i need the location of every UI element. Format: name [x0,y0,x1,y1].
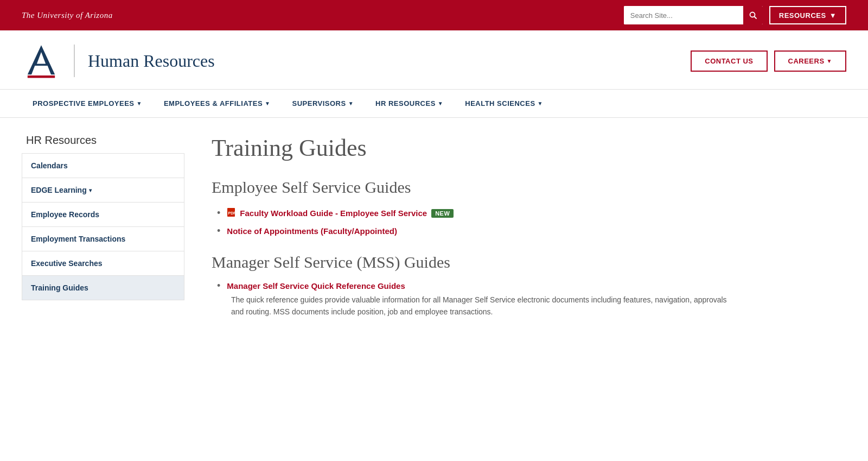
pdf-file-icon: PDF [227,207,235,217]
sidebar-nav: Calendars EDGE Learning ▾ Employee Recor… [22,153,184,300]
sidebar: HR Resources Calendars EDGE Learning ▾ E… [22,134,184,337]
chevron-down-icon: ▼ [829,11,837,20]
nav-item-supervisors[interactable]: SUPERVISORS ▼ [282,90,365,118]
header-buttons: CONTACT US CAREERS ▼ [691,50,846,72]
svg-rect-5 [28,75,55,78]
search-icon [749,11,757,19]
list-item: • Manager Self Service Quick Reference G… [217,280,738,326]
site-header: Human Resources CONTACT US CAREERS ▼ [0,30,868,90]
guide-link-mss-quick-reference[interactable]: Manager Self Service Quick Reference Gui… [227,281,405,291]
svg-text:PDF: PDF [228,211,236,215]
sidebar-item-edge-learning[interactable]: EDGE Learning ▾ [22,178,184,203]
sidebar-item-employee-records[interactable]: Employee Records [22,203,184,227]
section2-list: • Manager Self Service Quick Reference G… [212,280,738,326]
bullet-icon: • [217,207,220,219]
nav-item-health-sciences[interactable]: HEALTH SCIENCES ▼ [454,90,554,118]
chevron-down-icon: ▼ [538,100,543,106]
chevron-down-icon: ▼ [348,100,354,106]
search-button[interactable] [743,6,763,24]
main-content: Training Guides Employee Self Service Gu… [184,134,738,337]
ua-logo [22,41,61,80]
svg-line-1 [754,17,756,19]
nav-item-hr-resources[interactable]: HR RESOURCES ▼ [365,90,454,118]
guide-description: The quick reference guides provide valua… [231,294,738,318]
university-name: The University of Arizona [22,11,113,20]
page-title: Training Guides [212,134,738,162]
section1-title: Employee Self Service Guides [212,178,738,197]
guide-link-notice-appointments[interactable]: Notice of Appointments (Faculty/Appointe… [227,226,397,236]
bullet-icon: • [217,225,220,237]
sidebar-item-calendars[interactable]: Calendars [22,154,184,178]
top-bar: The University of Arizona RESOURCES ▼ [0,0,868,30]
new-badge: NEW [431,209,454,218]
logo-divider [74,45,75,77]
resources-button[interactable]: RESOURCES ▼ [769,6,846,24]
search-box [624,6,763,24]
careers-button[interactable]: CAREERS ▼ [774,50,846,72]
sidebar-item-employment-transactions[interactable]: Employment Transactions [22,227,184,251]
sidebar-item-training-guides[interactable]: Training Guides [22,276,184,300]
list-item: • PDF Faculty Workload Guide - Employee … [217,207,738,219]
content-wrap: HR Resources Calendars EDGE Learning ▾ E… [0,118,760,353]
sidebar-title: HR Resources [22,134,184,147]
contact-us-button[interactable]: CONTACT US [691,50,767,72]
chevron-down-icon: ▼ [137,100,142,106]
pdf-icon: PDF [227,207,235,219]
chevron-down-icon: ▼ [265,100,270,106]
nav-item-employees-affiliates[interactable]: EMPLOYEES & AFFILIATES ▼ [153,90,282,118]
guide-link-row: • Manager Self Service Quick Reference G… [217,280,738,292]
site-title: Human Resources [88,51,215,71]
bullet-icon: • [217,280,220,292]
nav-item-prospective-employees[interactable]: PROSPECTIVE EMPLOYEES ▼ [22,90,153,118]
careers-chevron-icon: ▼ [827,58,832,64]
top-bar-right: RESOURCES ▼ [624,6,846,24]
section2-title: Manager Self Service (MSS) Guides [212,253,738,271]
main-nav: PROSPECTIVE EMPLOYEES ▼ EMPLOYEES & AFFI… [0,90,868,118]
logo-area: Human Resources [22,41,215,80]
chevron-right-icon: ▾ [89,187,92,193]
chevron-down-icon: ▼ [438,100,443,106]
guide-item-wrap: • Manager Self Service Quick Reference G… [217,280,738,318]
sidebar-item-executive-searches[interactable]: Executive Searches [22,251,184,276]
search-input[interactable] [624,6,743,24]
section1-list: • PDF Faculty Workload Guide - Employee … [212,207,738,237]
list-item: • Notice of Appointments (Faculty/Appoin… [217,225,738,237]
guide-link-faculty-workload[interactable]: Faculty Workload Guide - Employee Self S… [240,209,427,218]
